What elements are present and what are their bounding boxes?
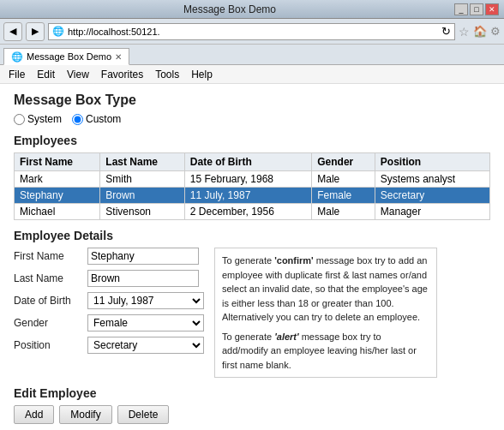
table-cell: Michael [15, 204, 100, 220]
edit-section: Edit Employee Add Modify Delete [14, 386, 490, 424]
table-cell: Female [312, 188, 375, 204]
menu-help[interactable]: Help [186, 67, 218, 82]
table-cell: Brown [100, 188, 185, 204]
table-cell: Secretary [375, 188, 489, 204]
first-name-label: First Name [14, 250, 82, 262]
btn-group: Add Modify Delete [14, 405, 490, 424]
custom-radio-label[interactable]: Custom [72, 113, 121, 125]
menu-bar: File Edit View Favorites Tools Help [0, 65, 504, 84]
info-text-2: To generate 'alert' message box try to a… [222, 330, 429, 373]
employee-details-heading: Employee Details [14, 229, 490, 242]
table-cell: Systems analyst [375, 171, 489, 188]
table-row[interactable]: MarkSmith15 February, 1968MaleSystems an… [15, 171, 490, 188]
col-position: Position [375, 153, 489, 171]
system-radio-label[interactable]: System [14, 113, 62, 125]
minimize-button[interactable]: _ [454, 3, 468, 15]
edit-employee-heading: Edit Employee [14, 386, 490, 400]
details-section: First Name Last Name Date of Birth 11 Ju… [14, 248, 490, 378]
address-bar[interactable]: 🌐 ↻ [48, 23, 455, 40]
details-form: First Name Last Name Date of Birth 11 Ju… [14, 248, 204, 378]
menu-tools[interactable]: Tools [150, 67, 184, 82]
employees-table: First Name Last Name Date of Birth Gende… [14, 152, 490, 220]
system-radio[interactable] [14, 114, 25, 125]
table-cell: Male [312, 171, 375, 188]
col-firstname: First Name [15, 153, 100, 171]
tab-close-button[interactable]: ✕ [115, 52, 122, 62]
dob-row: Date of Birth 11 July, 1987 [14, 292, 204, 309]
employees-section: Employees First Name Last Name Date of B… [14, 134, 490, 220]
window-title: Message Box Demo [5, 3, 454, 15]
position-label: Position [14, 339, 82, 351]
title-bar: Message Box Demo _ □ ✕ [0, 0, 504, 19]
table-row[interactable]: StephanyBrown11 July, 1987FemaleSecretar… [15, 188, 490, 204]
address-input[interactable] [68, 27, 438, 37]
gender-label: Gender [14, 317, 82, 329]
table-cell: Stephany [15, 188, 100, 204]
active-tab[interactable]: 🌐 Message Box Demo ✕ [3, 48, 129, 65]
table-cell: 2 December, 1956 [184, 204, 311, 220]
home-icon[interactable]: 🏠 [473, 25, 487, 38]
menu-file[interactable]: File [3, 67, 30, 82]
page-icon: 🌐 [52, 26, 64, 37]
table-cell: Stivenson [100, 204, 185, 220]
nav-bar: ◀ ▶ 🌐 ↻ ☆ 🏠 ⚙ [0, 19, 504, 45]
dob-label: Date of Birth [14, 295, 82, 307]
table-cell: Mark [15, 171, 100, 188]
modify-button[interactable]: Modify [59, 405, 111, 424]
table-cell: 15 February, 1968 [184, 171, 311, 188]
favorites-icon[interactable]: ☆ [459, 25, 470, 39]
first-name-row: First Name [14, 248, 204, 265]
custom-radio[interactable] [72, 114, 83, 125]
menu-edit[interactable]: Edit [32, 67, 60, 82]
menu-view[interactable]: View [62, 67, 94, 82]
add-button[interactable]: Add [14, 405, 54, 424]
col-gender: Gender [312, 153, 375, 171]
menu-favorites[interactable]: Favorites [96, 67, 148, 82]
tab-bar: 🌐 Message Box Demo ✕ [0, 45, 504, 65]
last-name-label: Last Name [14, 272, 82, 284]
maximize-button[interactable]: □ [470, 3, 483, 15]
delete-button[interactable]: Delete [117, 405, 170, 424]
position-select[interactable]: ManagerSecretarySystems analyst [87, 337, 204, 354]
first-name-input[interactable] [87, 248, 199, 265]
employees-heading: Employees [14, 134, 490, 147]
table-cell: Male [312, 204, 375, 220]
table-cell: Manager [375, 204, 489, 220]
tab-icon: 🌐 [11, 51, 23, 63]
tab-label: Message Box Demo [27, 51, 111, 62]
gender-row: Gender MaleFemale [14, 314, 204, 331]
refresh-icon: ↻ [441, 25, 451, 38]
table-cell: Smith [100, 171, 185, 188]
back-button[interactable]: ◀ [3, 22, 22, 41]
info-box: To generate 'confirm' message box try to… [214, 248, 437, 378]
window-controls: _ □ ✕ [454, 3, 499, 15]
last-name-row: Last Name [14, 270, 204, 287]
last-name-input[interactable] [87, 270, 199, 287]
close-button[interactable]: ✕ [485, 3, 499, 15]
table-header-row: First Name Last Name Date of Birth Gende… [15, 153, 490, 171]
col-lastname: Last Name [100, 153, 185, 171]
page-content: Message Box Type System Custom Employees… [0, 84, 504, 430]
radio-group: System Custom [14, 113, 490, 125]
settings-icon[interactable]: ⚙ [490, 25, 501, 38]
message-box-type-heading: Message Box Type [14, 93, 490, 108]
table-cell: 11 July, 1987 [184, 188, 311, 204]
forward-button[interactable]: ▶ [26, 22, 45, 41]
gender-select[interactable]: MaleFemale [87, 314, 204, 331]
table-row[interactable]: MichaelStivenson2 December, 1956MaleMana… [15, 204, 490, 220]
col-dob: Date of Birth [184, 153, 311, 171]
position-row: Position ManagerSecretarySystems analyst [14, 337, 204, 354]
dob-select[interactable]: 11 July, 1987 [87, 292, 204, 309]
info-text-1: To generate 'confirm' message box try to… [222, 254, 429, 325]
